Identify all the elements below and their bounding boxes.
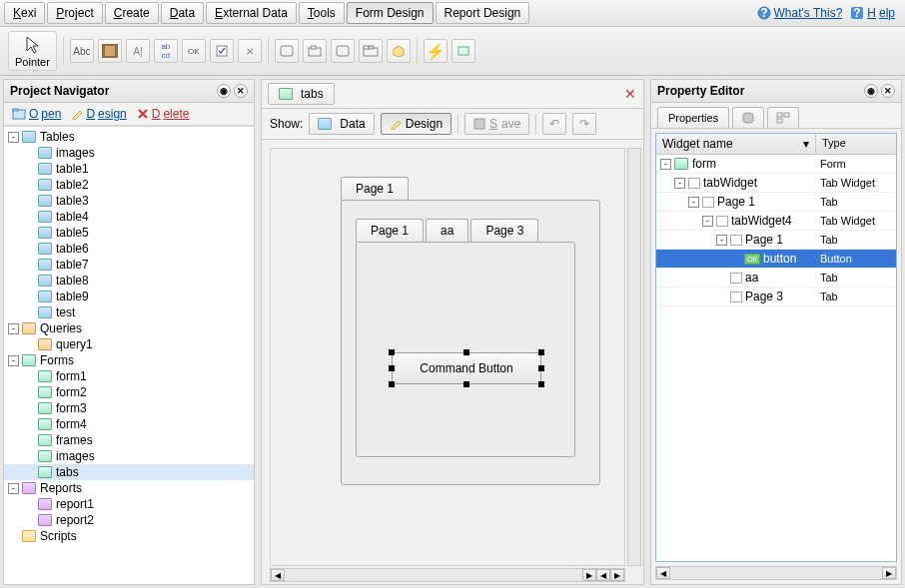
tree-item-table4[interactable]: table4 <box>4 209 254 225</box>
properties-tab[interactable]: Properties <box>657 107 729 128</box>
property-row-button[interactable]: OKbuttonButton <box>656 250 896 269</box>
help-link[interactable]: ? Help <box>850 6 895 20</box>
tab-tool[interactable] <box>359 39 383 63</box>
textbox-tool[interactable]: A| <box>126 39 150 63</box>
property-row-page-1[interactable]: -Page 1Tab <box>656 231 896 250</box>
show-label: Show: <box>270 117 303 131</box>
tree-item-table8[interactable]: table8 <box>4 273 254 289</box>
action-tool[interactable]: ⚡ <box>424 39 448 63</box>
tree-item-images[interactable]: images <box>4 448 254 464</box>
tree-toggle[interactable]: - <box>8 323 19 334</box>
tree-toggle[interactable]: - <box>8 483 19 494</box>
tree-item-table1[interactable]: table1 <box>4 161 254 177</box>
menu-tools[interactable]: Tools <box>299 2 345 24</box>
delete-icon <box>137 108 149 120</box>
delete-tool[interactable]: ✕ <box>238 39 262 63</box>
design-action[interactable]: Design <box>71 107 126 121</box>
design-view-button[interactable]: Design <box>381 113 452 135</box>
menu-create[interactable]: Create <box>105 2 159 24</box>
icon-form <box>38 434 52 446</box>
tree-item-images[interactable]: images <box>4 145 254 161</box>
widget-tree-tab[interactable] <box>767 107 799 128</box>
menu-form-design[interactable]: Form Design <box>347 2 434 24</box>
vertical-scrollbar[interactable] <box>627 148 641 566</box>
sort-icon: ▾ <box>803 137 809 151</box>
tree-item-table9[interactable]: table9 <box>4 289 254 304</box>
inner-tab-widget[interactable]: Page 1 aa Page 3 Command Button <box>356 219 575 458</box>
panel-close-button[interactable]: ✕ <box>234 84 248 98</box>
inner-tab-page3[interactable]: Page 3 <box>470 219 538 242</box>
toolbar: Pointer Abc A| abcd OK ✕ ⚡ <box>0 27 905 76</box>
tree-item-report1[interactable]: report1 <box>4 496 254 512</box>
tree-item-scripts[interactable]: Scripts <box>4 528 254 544</box>
whats-this-link[interactable]: ? What's This? <box>757 6 843 20</box>
tree-item-test[interactable]: test <box>4 304 254 320</box>
widget-tool[interactable] <box>387 39 411 63</box>
form-canvas[interactable]: Page 1 Page 1 aa Page 3 Command Button <box>270 148 625 566</box>
navigator-tree[interactable]: -Tablesimagestable1table2table3table4tab… <box>4 126 254 584</box>
property-grid[interactable]: Widget name▾ Type -formForm-tabWidgetTab… <box>655 133 897 562</box>
tree-item-frames[interactable]: frames <box>4 432 254 448</box>
redo-button[interactable]: ↷ <box>572 113 596 135</box>
pointer-tool[interactable]: Pointer <box>8 31 57 71</box>
menu-project[interactable]: Project <box>47 2 102 24</box>
frame-tool[interactable] <box>275 39 299 63</box>
svg-rect-9 <box>311 46 316 49</box>
tree-item-tables[interactable]: -Tables <box>4 129 254 145</box>
inner-tab-aa[interactable]: aa <box>426 219 468 242</box>
open-action[interactable]: Open <box>12 107 61 121</box>
command-button-widget[interactable]: Command Button <box>392 352 541 384</box>
panel-close-button[interactable]: ✕ <box>881 84 895 98</box>
undo-button[interactable]: ↶ <box>542 113 566 135</box>
property-scrollbar[interactable]: ◀▶ <box>655 566 897 580</box>
tree-item-query1[interactable]: query1 <box>4 336 254 352</box>
label-tool[interactable]: Abc <box>70 39 94 63</box>
tree-item-table6[interactable]: table6 <box>4 241 254 257</box>
tree-item-table2[interactable]: table2 <box>4 177 254 193</box>
horizontal-scrollbar[interactable]: ◀▶◀▶ <box>270 568 625 582</box>
tree-item-report2[interactable]: report2 <box>4 512 254 528</box>
property-row-tabwidget4[interactable]: -tabWidget4Tab Widget <box>656 212 896 231</box>
menu-report-design[interactable]: Report Design <box>436 2 530 24</box>
tree-item-reports[interactable]: -Reports <box>4 480 254 496</box>
delete-action[interactable]: Delete <box>137 107 190 121</box>
menu-data[interactable]: Data <box>161 2 204 24</box>
outer-tab-widget[interactable]: Page 1 Page 1 aa Page 3 Command Button <box>341 177 600 486</box>
data-source-tab[interactable] <box>732 107 764 128</box>
property-row-page-1[interactable]: -Page 1Tab <box>656 193 896 212</box>
tree-item-table7[interactable]: table7 <box>4 257 254 273</box>
icon-table <box>38 211 52 223</box>
panel-detach-button[interactable]: ◉ <box>217 84 231 98</box>
menu-kexi[interactable]: Kexi <box>4 2 45 24</box>
tree-item-queries[interactable]: -Queries <box>4 320 254 336</box>
document-tab[interactable]: tabs <box>268 83 335 105</box>
inner-tab-page1[interactable]: Page 1 <box>356 219 424 242</box>
misc-tool[interactable] <box>452 39 475 63</box>
tree-item-forms[interactable]: -Forms <box>4 352 254 368</box>
save-button[interactable]: Save <box>464 113 529 135</box>
checkbox-tool[interactable] <box>210 39 234 63</box>
tree-item-form2[interactable]: form2 <box>4 384 254 400</box>
panel-detach-button[interactable]: ◉ <box>864 84 878 98</box>
tree-item-form1[interactable]: form1 <box>4 368 254 384</box>
image-tool[interactable] <box>98 39 122 63</box>
tree-item-form4[interactable]: form4 <box>4 416 254 432</box>
container-tool[interactable] <box>331 39 355 63</box>
groupbox-tool[interactable] <box>303 39 327 63</box>
tree-item-table3[interactable]: table3 <box>4 193 254 209</box>
property-row-aa[interactable]: aaTab <box>656 269 896 288</box>
tree-toggle[interactable]: - <box>8 132 19 143</box>
close-document-button[interactable]: ✕ <box>623 87 637 101</box>
outer-tab-page1[interactable]: Page 1 <box>341 177 409 200</box>
property-row-page-3[interactable]: Page 3Tab <box>656 288 896 306</box>
tree-item-table5[interactable]: table5 <box>4 225 254 241</box>
tree-toggle[interactable]: - <box>8 355 19 366</box>
tree-item-tabs[interactable]: tabs <box>4 464 254 480</box>
data-view-button[interactable]: Data <box>309 113 374 135</box>
combo-tool[interactable]: abcd <box>154 39 178 63</box>
menu-external-data[interactable]: External Data <box>206 2 297 24</box>
property-row-form[interactable]: -formForm <box>656 155 896 174</box>
property-row-tabwidget[interactable]: -tabWidgetTab Widget <box>656 174 896 193</box>
tree-item-form3[interactable]: form3 <box>4 400 254 416</box>
button-tool[interactable]: OK <box>182 39 206 63</box>
